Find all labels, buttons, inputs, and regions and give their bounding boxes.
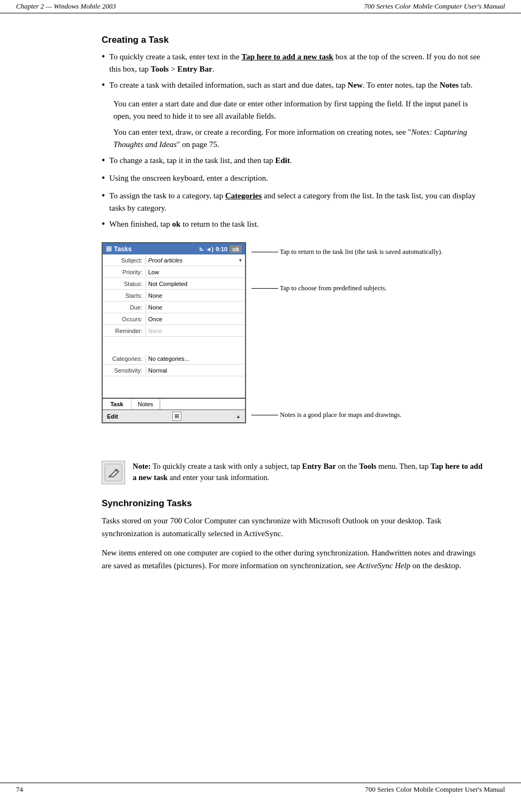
inline-bold: Tools bbox=[359, 462, 377, 470]
creating-task-heading: Creating a Task bbox=[102, 35, 484, 45]
annotation-line bbox=[251, 415, 278, 415]
sync-para2: New items entered on one computer are co… bbox=[102, 546, 484, 572]
pencil-icon bbox=[104, 463, 123, 482]
device-tabs: Task Notes bbox=[103, 398, 245, 409]
spacer bbox=[103, 337, 245, 353]
note-icon bbox=[102, 461, 125, 484]
spacer2 bbox=[103, 376, 245, 398]
page-header: Chapter 2 — Windows Mobile 2003 700 Seri… bbox=[0, 0, 521, 13]
title-left: ⊞ Tasks bbox=[106, 245, 132, 253]
inline-bold: ok bbox=[172, 220, 181, 228]
screenshot-area: ⊞ Tasks ⊾ ◄) 9:10 ok Subject: Proof arti… bbox=[102, 242, 484, 442]
field-occurs: Occurs: Once bbox=[103, 313, 245, 325]
bullet-icon: • bbox=[102, 50, 105, 64]
field-due: Due: None bbox=[103, 301, 245, 313]
list-item: • To create a task with detailed informa… bbox=[102, 79, 484, 92]
device-title-bar: ⊞ Tasks ⊾ ◄) 9:10 ok bbox=[103, 243, 245, 254]
annotation-line bbox=[251, 252, 278, 252]
sync-heading: Synchronizing Tasks bbox=[102, 498, 484, 509]
time-display: 9:10 bbox=[216, 246, 227, 252]
tab-task[interactable]: Task bbox=[103, 399, 132, 409]
inline-bold: Edit bbox=[275, 156, 290, 165]
footer-manual-title: 700 Series Color Mobile Computer User's … bbox=[365, 785, 505, 794]
annotation-line bbox=[251, 288, 278, 289]
list-item: • To assign the task to a category, tap … bbox=[102, 190, 484, 214]
tab-spacer bbox=[160, 399, 245, 409]
annotation-2: Tap to choose from predefined subjects. bbox=[251, 284, 443, 293]
bullet-icon: • bbox=[102, 171, 105, 185]
field-reminder: Reminder: None bbox=[103, 325, 245, 337]
field-priority: Priority: Low bbox=[103, 266, 245, 278]
inline-bold: Entry Bar bbox=[302, 462, 336, 470]
list-item: • When finished, tap ok to return to the… bbox=[102, 218, 484, 231]
inline-italic: ActiveSync Help bbox=[358, 561, 411, 570]
scroll-up-icon[interactable]: ▲ bbox=[236, 414, 241, 419]
list-item: • To quickly create a task, enter text i… bbox=[102, 51, 484, 75]
bullet-text: To quickly create a task, enter text in … bbox=[109, 51, 484, 75]
page-footer: 74 700 Series Color Mobile Computer User… bbox=[0, 783, 521, 796]
annotation-group: Tap to return to the task list (the task… bbox=[251, 248, 443, 442]
volume-icon: ◄) bbox=[206, 246, 214, 252]
creating-task-list: • To quickly create a task, enter text i… bbox=[102, 51, 484, 92]
note-label: Note: bbox=[133, 462, 151, 470]
footer-page-number: 74 bbox=[16, 785, 23, 794]
list-item: • To change a task, tap it in the task l… bbox=[102, 154, 484, 168]
keyboard-icon[interactable]: ⊞ bbox=[172, 412, 181, 421]
sub-paragraph: You can enter a start date and due date … bbox=[113, 98, 484, 122]
bullet-icon: • bbox=[102, 153, 105, 168]
windows-logo: ⊞ bbox=[106, 245, 112, 253]
list-item: • Using the onscreen keyboard, enter a d… bbox=[102, 172, 484, 185]
tab-notes[interactable]: Notes bbox=[132, 399, 160, 409]
title-right: ⊾ ◄) 9:10 ok bbox=[199, 245, 242, 253]
inline-bold: Tools bbox=[151, 65, 169, 73]
field-sensitivity: Sensitivity: Normal bbox=[103, 365, 245, 376]
device-bottom-bar: Edit ⊞ ▲ bbox=[103, 409, 245, 422]
annotation-text: Tap to return to the task list (the task… bbox=[278, 248, 443, 257]
inline-bold: Entry Bar bbox=[177, 65, 212, 73]
field-categories: Categories: No categories... bbox=[103, 353, 245, 365]
annotation-text: Notes is a good place for maps and drawi… bbox=[278, 411, 402, 420]
sub-paragraph: You can enter text, draw, or create a re… bbox=[113, 126, 484, 150]
header-chapter: Chapter 2 — Windows Mobile 2003 bbox=[16, 2, 116, 11]
sync-section: Synchronizing Tasks Tasks stored on your… bbox=[102, 498, 484, 572]
annotation-1: Tap to return to the task list (the task… bbox=[251, 248, 443, 257]
field-subject: Subject: Proof articles bbox=[103, 254, 245, 266]
field-status: Status: Not Completed bbox=[103, 278, 245, 290]
bullet-text: To assign the task to a category, tap Ca… bbox=[109, 190, 484, 214]
annotation-text: Tap to choose from predefined subjects. bbox=[278, 284, 387, 293]
bullet-text: To change a task, tap it in the task lis… bbox=[109, 154, 484, 167]
note-text: Note: To quickly create a task with only… bbox=[133, 461, 484, 484]
creating-task-list-2: • To change a task, tap it in the task l… bbox=[102, 154, 484, 231]
sync-para1: Tasks stored on your 700 Color Computer … bbox=[102, 514, 484, 540]
bullet-text: When finished, tap ok to return to the t… bbox=[109, 218, 484, 230]
inline-bold: Notes bbox=[440, 81, 459, 89]
annotation-3: Notes is a good place for maps and drawi… bbox=[251, 411, 443, 420]
main-content: Creating a Task • To quickly create a ta… bbox=[0, 13, 521, 593]
bullet-icon: • bbox=[102, 78, 105, 92]
creating-task-section: Creating a Task • To quickly create a ta… bbox=[102, 35, 484, 231]
inline-bold: Categories bbox=[225, 191, 262, 200]
ok-button[interactable]: ok bbox=[229, 245, 242, 253]
device-body: Subject: Proof articles Priority: Low St… bbox=[103, 254, 245, 398]
header-manual: 700 Series Color Mobile Computer User's … bbox=[364, 2, 505, 11]
note-box: Note: To quickly create a task with only… bbox=[102, 458, 484, 488]
field-starts: Starts: None bbox=[103, 290, 245, 301]
bullet-text: To create a task with detailed informati… bbox=[109, 79, 484, 91]
bullet-icon: • bbox=[102, 217, 105, 231]
bullet-text: Using the onscreen keyboard, enter a des… bbox=[109, 172, 484, 184]
device-screen: ⊞ Tasks ⊾ ◄) 9:10 ok Subject: Proof arti… bbox=[102, 242, 246, 423]
signal-icon: ⊾ bbox=[199, 245, 204, 252]
edit-label[interactable]: Edit bbox=[107, 413, 118, 420]
app-name: Tasks bbox=[114, 245, 132, 253]
inline-italic: Notes: Capturing Thoughts and Ideas bbox=[113, 128, 467, 149]
inline-bold: New bbox=[348, 81, 363, 89]
inline-bold: Tap here to add a new task bbox=[242, 52, 334, 61]
bullet-icon: • bbox=[102, 189, 105, 203]
